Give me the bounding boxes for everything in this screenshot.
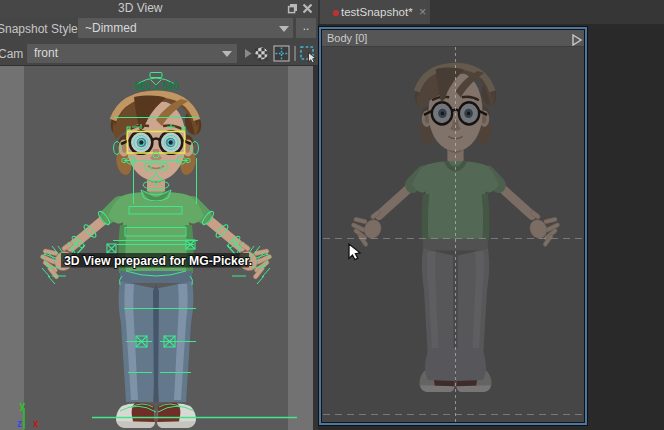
svg-text:3D View prepared for MG-Picker: 3D View prepared for MG-Picker.: [64, 254, 252, 268]
svg-text:y: y: [20, 400, 26, 411]
svg-text:z: z: [17, 418, 22, 429]
svg-text:960 x 540: 960 x 540: [134, 81, 179, 92]
svg-text:x: x: [33, 418, 39, 429]
